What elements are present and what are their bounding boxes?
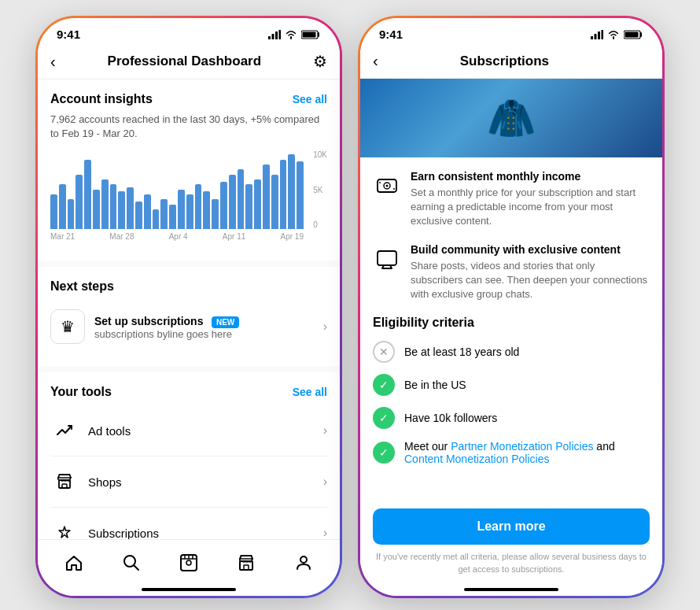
nav-profile[interactable] bbox=[288, 547, 319, 579]
income-icon bbox=[373, 172, 401, 200]
svg-point-32 bbox=[393, 188, 395, 190]
subscriptions-step-byline: subscriptions byline goes here bbox=[94, 328, 317, 340]
scroll-content-left: Account insights See all 7,962 accounts … bbox=[38, 79, 340, 563]
svg-line-12 bbox=[134, 565, 139, 570]
chart-bar bbox=[254, 179, 261, 229]
feature-text-income: Earn consistent monthly income Set a mon… bbox=[411, 170, 650, 229]
chart-bar bbox=[169, 205, 176, 230]
battery-icon-right bbox=[624, 30, 643, 39]
chart-bar bbox=[76, 175, 83, 230]
nav-search[interactable] bbox=[116, 547, 147, 579]
status-bar-left: 9:41 bbox=[38, 18, 340, 44]
subs-bottom: Learn more If you've recently met all cr… bbox=[360, 502, 662, 596]
product-image: 🧥 bbox=[360, 79, 662, 157]
right-screen: 9:41 bbox=[360, 18, 662, 596]
chart-bar bbox=[118, 191, 125, 229]
chart-bar bbox=[186, 194, 193, 229]
chevron-icon-step: › bbox=[323, 320, 327, 334]
signal-icon-right bbox=[591, 30, 603, 39]
criteria-us-icon: ✓ bbox=[373, 374, 395, 396]
page-title-left: Professional Dashboard bbox=[108, 54, 262, 69]
shops-name: Shops bbox=[88, 475, 317, 489]
chart-bar bbox=[280, 160, 287, 230]
svg-rect-7 bbox=[62, 484, 67, 488]
chart-bar bbox=[195, 184, 202, 229]
left-phone: 9:41 bbox=[35, 16, 342, 598]
status-icons-right bbox=[591, 30, 643, 39]
subscriptions-step-content: Set up subscriptions NEW subscriptions b… bbox=[94, 314, 317, 340]
learn-more-button[interactable]: Learn more bbox=[373, 508, 650, 545]
chevron-shops: › bbox=[323, 475, 327, 489]
tool-item-ad-tools[interactable]: Ad tools › bbox=[50, 405, 327, 457]
svg-rect-25 bbox=[602, 30, 604, 39]
chevron-ad-tools: › bbox=[323, 423, 327, 438]
feature-item-income: Earn consistent monthly income Set a mon… bbox=[373, 170, 650, 229]
chart-bar bbox=[220, 182, 227, 230]
chart-bar bbox=[245, 184, 252, 229]
tool-item-shops[interactable]: Shops › bbox=[50, 457, 327, 508]
chart-bars bbox=[50, 150, 327, 229]
status-time-left: 9:41 bbox=[57, 28, 80, 41]
community-icon bbox=[373, 245, 401, 273]
criteria-followers-icon: ✓ bbox=[373, 407, 395, 429]
chart-bar bbox=[178, 190, 185, 230]
content-monetization-link[interactable]: Content Monetization Policies bbox=[404, 453, 549, 465]
tools-header: Your tools See all bbox=[50, 385, 327, 399]
partner-monetization-link[interactable]: Partner Monetization Policies bbox=[451, 440, 593, 453]
chart-bar bbox=[203, 191, 210, 229]
nav-shop[interactable] bbox=[230, 547, 262, 579]
new-badge: NEW bbox=[212, 316, 239, 328]
chart-bar bbox=[160, 199, 168, 229]
subscriptions-name: Subscriptions bbox=[88, 527, 317, 540]
chart-bar bbox=[101, 179, 109, 229]
back-button-left[interactable]: ‹ bbox=[50, 53, 56, 71]
chart-bar bbox=[229, 175, 236, 230]
tools-see-all[interactable]: See all bbox=[293, 386, 327, 398]
insights-section: Account insights See all 7,962 accounts … bbox=[38, 79, 340, 261]
next-steps-header: Next steps bbox=[50, 279, 327, 294]
feature-item-community: Build community with exclusive content S… bbox=[373, 243, 650, 302]
criteria-followers-text: Have 10k followers bbox=[404, 412, 497, 424]
right-phone: 9:41 bbox=[358, 16, 665, 598]
community-desc: Share posts, videos and stories that onl… bbox=[411, 259, 650, 302]
signal-icon bbox=[268, 30, 281, 39]
criteria-age-text: Be at least 18 years old bbox=[404, 346, 519, 358]
community-title: Build community with exclusive content bbox=[411, 243, 650, 256]
status-bar-right: 9:41 bbox=[360, 18, 662, 44]
criteria-policies-icon: ✓ bbox=[373, 442, 395, 464]
criteria-policies: ✓ Meet our Partner Monetization Policies… bbox=[373, 440, 650, 465]
chart-bar bbox=[127, 187, 134, 229]
criteria-policies-text: Meet our Partner Monetization Policies a… bbox=[404, 440, 650, 465]
chart-bar bbox=[68, 199, 75, 229]
criteria-age-icon: ✕ bbox=[373, 341, 395, 363]
wifi-icon bbox=[285, 30, 297, 39]
chart-bar bbox=[50, 194, 57, 229]
eligibility-title: Eligibility criteria bbox=[373, 316, 650, 330]
insights-chart: 10K 5K 0 Mar 21 Mar 28 Apr 4 Apr 11 Apr … bbox=[50, 150, 327, 245]
insights-title: Account insights bbox=[50, 92, 153, 106]
svg-rect-1 bbox=[272, 34, 274, 39]
home-indicator-left bbox=[142, 588, 236, 591]
chart-x-labels: Mar 21 Mar 28 Apr 4 Apr 11 Apr 19 bbox=[50, 232, 327, 241]
svg-rect-27 bbox=[625, 31, 639, 37]
nav-header-right: ‹ Subscriptions bbox=[360, 44, 662, 79]
chart-bar bbox=[271, 175, 278, 230]
page-title-right: Subscriptions bbox=[460, 54, 549, 69]
ad-tools-icon bbox=[50, 416, 79, 445]
subscriptions-step-icon: ♛ bbox=[50, 309, 85, 344]
next-steps-title: Next steps bbox=[50, 279, 114, 294]
subs-scroll-content: Earn consistent monthly income Set a mon… bbox=[360, 157, 662, 501]
svg-rect-22 bbox=[591, 36, 593, 39]
chart-bar bbox=[144, 194, 151, 229]
status-time-right: 9:41 bbox=[379, 28, 403, 41]
nav-home[interactable] bbox=[58, 547, 90, 579]
disclaimer-text: If you've recently met all criteria, ple… bbox=[360, 551, 662, 588]
insights-see-all[interactable]: See all bbox=[293, 93, 327, 105]
nav-reels[interactable] bbox=[173, 547, 204, 579]
settings-icon-left[interactable]: ⚙ bbox=[313, 52, 327, 71]
subscriptions-step-item[interactable]: ♛ Set up subscriptions NEW subscriptions… bbox=[50, 300, 327, 353]
svg-rect-23 bbox=[595, 34, 597, 39]
chart-bar bbox=[153, 209, 160, 229]
svg-rect-2 bbox=[275, 31, 278, 39]
back-button-right[interactable]: ‹ bbox=[373, 52, 378, 70]
